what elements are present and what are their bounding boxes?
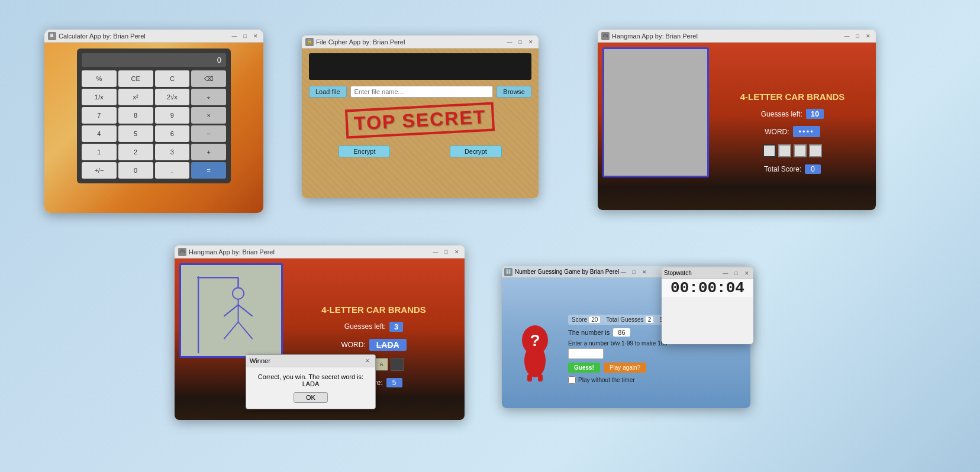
calc-btn-percent[interactable]: %	[82, 70, 117, 87]
calc-btn-subtract[interactable]: −	[191, 125, 226, 142]
hangman-tr-maximize-btn[interactable]: □	[853, 32, 862, 40]
numguess-title-text: Number Guessing Game by Brian Perel	[515, 269, 619, 275]
svg-text:?: ?	[530, 331, 540, 350]
calc-btn-ce[interactable]: CE	[118, 70, 153, 87]
hangman-bl-score-value: 5	[386, 378, 402, 387]
numguess-timer-label: Play without the timer	[578, 377, 635, 383]
hangman-tr-letter-box-1[interactable]	[763, 144, 776, 157]
cipher-app: 🔒 File Cipher App by: Brian Perel — □ ✕ …	[302, 35, 539, 198]
calc-btn-add[interactable]: +	[191, 144, 226, 160]
numguess-timer-checkbox[interactable]	[568, 376, 576, 384]
numguess-number-input[interactable]	[568, 348, 604, 359]
stopwatch-app: Stopwatch — □ ✕ 00:00:04	[662, 267, 753, 344]
question-mark-svg: ?	[514, 322, 556, 382]
winner-dialog-title-bar: Winner ✕	[246, 355, 375, 367]
calc-btn-divide[interactable]: ÷	[191, 89, 226, 105]
hangman-bl-word-display: LADA	[369, 339, 407, 351]
cipher-app-icon: 🔒	[305, 38, 314, 46]
question-mark-figure: ?	[514, 322, 556, 376]
hangman-bl-word-label: WORD:	[341, 341, 365, 349]
calc-btn-1[interactable]: 1	[82, 144, 117, 160]
cipher-decrypt-btn[interactable]: Decrypt	[450, 146, 502, 157]
cipher-browse-btn[interactable]: Browse	[497, 86, 531, 98]
hangman-tr-close-btn[interactable]: ✕	[864, 32, 872, 40]
hangman-bl-minimize-btn[interactable]: —	[431, 248, 440, 256]
cipher-maximize-btn[interactable]: □	[516, 38, 524, 46]
hangman-figure-svg	[181, 265, 281, 356]
calc-btn-square[interactable]: x²	[118, 89, 153, 105]
numguess-score-label: Score	[572, 316, 587, 323]
hangman-bl-guesses-row: Guesses left: 3	[344, 322, 403, 332]
svg-rect-12	[527, 374, 532, 382]
hangman-tr-title-left: 🎮 Hangman App by: Brian Perel	[601, 32, 698, 40]
cipher-background: Load file Browse TOP SECRET Encrypt Decr…	[302, 49, 539, 198]
calc-btn-8[interactable]: 8	[118, 107, 153, 124]
calculator-title-bar: 🖩 Calculator App by: Brian Perel — □ ✕	[44, 30, 263, 43]
hangman-tr-letter-box-3	[794, 144, 807, 157]
winner-dialog-title: Winner	[250, 357, 270, 364]
hangman-bl-title-text: Hangman App by: Brian Perel	[189, 248, 275, 256]
cipher-encrypt-btn[interactable]: Encrypt	[339, 146, 390, 157]
winner-dialog: Winner ✕ Correct, you win. The secret wo…	[246, 354, 376, 409]
hangman-tr-window-controls: — □ ✕	[843, 32, 872, 40]
calc-btn-backspace[interactable]: ⌫	[191, 70, 226, 87]
winner-dialog-close-btn[interactable]: ✕	[363, 357, 372, 365]
numguess-title-left: 🔢 Number Guessing Game by Brian Perel	[504, 268, 619, 276]
hangman-bl-guesses-label: Guesses left:	[344, 322, 386, 331]
cipher-load-file-btn[interactable]: Load file	[309, 86, 347, 98]
cipher-title-text: File Cipher App by: Brian Perel	[316, 38, 405, 46]
stopwatch-close-btn[interactable]: ✕	[743, 269, 751, 277]
calc-btn-negate[interactable]: +/−	[82, 162, 117, 179]
svg-line-5	[224, 305, 238, 316]
cipher-minimize-btn[interactable]: —	[505, 38, 514, 46]
svg-line-8	[238, 322, 253, 339]
hangman-bl-app-icon: 🎮	[178, 248, 186, 256]
calc-btn-decimal[interactable]: .	[155, 162, 190, 179]
hangman-tr-score-label: Total Score:	[764, 165, 801, 173]
cipher-close-btn[interactable]: ✕	[527, 38, 535, 46]
calc-btn-reciprocal[interactable]: 1/x	[82, 89, 117, 105]
hangman-tr-minimize-btn[interactable]: —	[843, 32, 851, 40]
calc-btn-4[interactable]: 4	[82, 125, 117, 142]
hangman-tr-info-panel: 4-LETTER CAR BRANDS Guesses left: 10 WOR…	[714, 47, 871, 210]
calculator-display: 0	[82, 53, 226, 67]
calc-btn-5[interactable]: 5	[118, 125, 153, 142]
calculator-background: 0 % CE C ⌫ 1/x x² 2√x ÷ 7 8 9 × 4 5 6 − …	[44, 43, 263, 213]
hangman-bl-maximize-btn[interactable]: □	[442, 248, 450, 256]
calculator-app: 🖩 Calculator App by: Brian Perel — □ ✕ 0…	[44, 30, 263, 213]
calculator-window-controls: — □ ✕	[230, 32, 260, 40]
calc-btn-c[interactable]: C	[155, 70, 190, 87]
calc-btn-sqrt[interactable]: 2√x	[155, 89, 190, 105]
numguess-play-again-btn[interactable]: Play again?	[604, 363, 646, 373]
stopwatch-minimize-btn[interactable]: —	[721, 269, 730, 277]
stopwatch-title-left: Stopwatch	[664, 270, 692, 276]
hangman-bl-close-btn[interactable]: ✕	[453, 248, 461, 256]
numguess-score-stat: Score 20	[572, 316, 600, 323]
calc-btn-multiply[interactable]: ×	[191, 107, 226, 124]
calc-btn-0[interactable]: 0	[118, 162, 153, 179]
calc-btn-2[interactable]: 2	[118, 144, 153, 160]
numguess-minimize-btn[interactable]: —	[619, 268, 627, 276]
winner-dialog-ok-btn[interactable]: OK	[294, 392, 328, 403]
calculator-close-btn[interactable]: ✕	[252, 32, 260, 40]
numguess-app-icon: 🔢	[504, 268, 512, 276]
stopwatch-maximize-btn[interactable]: □	[732, 269, 740, 277]
calculator-minimize-btn[interactable]: —	[230, 32, 238, 40]
numguess-maximize-btn[interactable]: □	[630, 268, 638, 276]
calculator-maximize-btn[interactable]: □	[241, 32, 249, 40]
numguess-guess-btn[interactable]: Guess!	[568, 363, 600, 373]
cipher-window-controls: — □ ✕	[505, 38, 535, 46]
calc-btn-equals[interactable]: =	[191, 162, 226, 179]
hangman-bl-guesses-value: 3	[389, 322, 403, 332]
calc-btn-6[interactable]: 6	[155, 125, 190, 142]
calc-btn-7[interactable]: 7	[82, 107, 117, 124]
svg-line-6	[238, 305, 253, 316]
hangman-tr-word-display: ••••	[793, 126, 820, 137]
calc-btn-3[interactable]: 3	[155, 144, 190, 160]
cipher-top-secret-stamp: TOP SECRET	[309, 106, 531, 135]
numguess-close-btn[interactable]: ✕	[640, 268, 649, 276]
hangman-tr-content: 4-LETTER CAR BRANDS Guesses left: 10 WOR…	[598, 43, 876, 210]
cipher-filename-input[interactable]	[350, 86, 494, 98]
calc-btn-9[interactable]: 9	[155, 107, 190, 124]
numguess-window-controls: — □ ✕	[619, 268, 649, 276]
